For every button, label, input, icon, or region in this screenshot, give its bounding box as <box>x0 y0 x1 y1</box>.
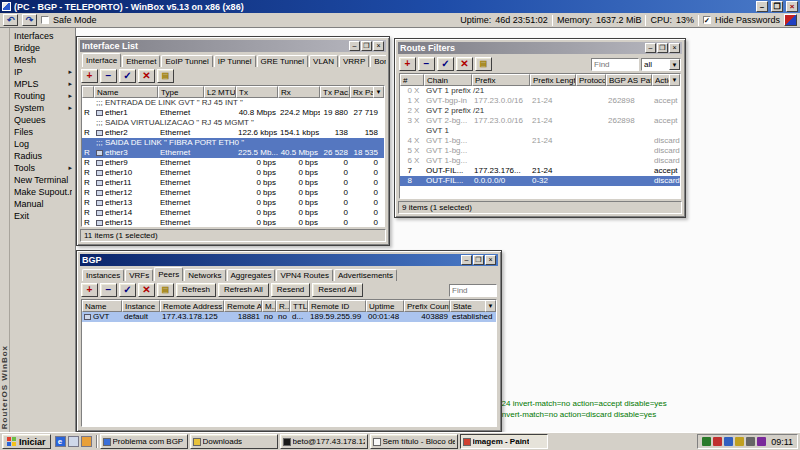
add-button[interactable]: + <box>81 283 98 297</box>
window-maximize-button[interactable]: ❐ <box>657 43 668 53</box>
column-header-type[interactable]: Type <box>158 86 204 98</box>
taskbar-button-problema-com-bgp-p-gi[interactable]: Problema com BGP - Pági... <box>100 434 188 449</box>
remove-button[interactable]: − <box>100 69 117 83</box>
taskbar-button-downloads[interactable]: Downloads <box>190 434 278 449</box>
find-input[interactable] <box>591 58 639 71</box>
taskbar-button-beto-177-43-178-125[interactable]: beto@177.43.178.125... <box>280 434 368 449</box>
tray-icon[interactable] <box>724 437 733 446</box>
safe-mode-checkbox[interactable] <box>41 16 49 24</box>
interface-list-tab-vrrp[interactable]: VRRP <box>339 55 369 67</box>
column-header-remote-address[interactable]: Remote Address <box>160 300 224 312</box>
route-filter-row[interactable]: 3XGVT 2-bg...177.23.0.0/1621-24262898acc… <box>400 116 680 126</box>
interface-list-tab-bonding[interactable]: Bonding <box>370 55 386 67</box>
column-header-bgp-as-path[interactable]: BGP AS Path <box>606 74 652 86</box>
quicklaunch-desktop-icon[interactable] <box>68 436 79 447</box>
sidebar-item-make-supout-rif[interactable]: Make Supout.rif <box>10 186 75 198</box>
tray-icon[interactable] <box>757 437 766 446</box>
bgp-tab-vpn4-routes[interactable]: VPN4 Routes <box>276 269 332 281</box>
column-header-protocol[interactable]: Protocol <box>576 74 606 86</box>
column-header-instance[interactable]: Instance <box>122 300 160 312</box>
undo-arrow-icon[interactable]: ↶ <box>3 14 18 26</box>
column-header-chain[interactable]: Chain <box>424 74 472 86</box>
redo-arrow-icon[interactable]: ↷ <box>22 14 37 26</box>
column-header-prefix-length[interactable]: Prefix Length <box>530 74 576 86</box>
column-header-uptime[interactable]: Uptime <box>366 300 404 312</box>
route-filter-row[interactable]: 6XGVT 1-bg...discard <box>400 156 680 166</box>
tray-icon[interactable] <box>746 437 755 446</box>
route-filter-row[interactable]: 8OUT-FIL...0.0.0.0/00-32discard <box>400 176 680 186</box>
route-filter-row[interactable]: 7OUT-FIL...177.23.176...21-24accept <box>400 166 680 176</box>
bgp-tab-vrfs[interactable]: VRFs <box>125 269 153 281</box>
route-filter-row[interactable]: 4XGVT 1-bg...21-24discard <box>400 136 680 146</box>
column-header-remote-as[interactable]: Remote AS <box>224 300 262 312</box>
bgp-tab-peers[interactable]: Peers <box>154 267 183 281</box>
enable-button[interactable]: ✓ <box>437 57 454 71</box>
refresh-button[interactable]: Refresh <box>176 283 216 297</box>
window-maximize-button[interactable]: ❐ <box>361 41 372 51</box>
start-button[interactable]: Iniciar <box>2 434 51 449</box>
sidebar-item-radius[interactable]: Radius <box>10 150 75 162</box>
enable-button[interactable]: ✓ <box>119 69 136 83</box>
comment-button[interactable]: ▤ <box>157 69 174 83</box>
interface-row[interactable]: Rether3Ethernet225.5 Mb...40.5 Mbps26 52… <box>82 148 384 158</box>
comment-button[interactable]: ▤ <box>475 57 492 71</box>
find-input[interactable] <box>449 284 497 297</box>
sidebar-item-system[interactable]: System▸ <box>10 102 75 114</box>
comment-button[interactable]: ▤ <box>157 283 174 297</box>
column-header-flag[interactable]: # <box>400 74 424 86</box>
tray-icon[interactable] <box>702 437 711 446</box>
window-maximize-button[interactable]: ❐ <box>473 255 484 265</box>
column-header-name[interactable]: Name <box>94 86 158 98</box>
route-filters-titlebar[interactable]: Route Filters – ❐ × <box>398 42 682 54</box>
disable-button[interactable]: ✕ <box>138 69 155 83</box>
window-minimize-button[interactable]: – <box>645 43 656 53</box>
column-header-tx[interactable]: Tx <box>236 86 278 98</box>
interface-row[interactable]: Rether13Ethernet0 bps0 bps00 <box>82 198 384 208</box>
window-minimize-button[interactable]: – <box>461 255 472 265</box>
add-button[interactable]: + <box>399 57 416 71</box>
interface-comment-row[interactable]: ;;; SAIDA DE LINK " FIBRA PORT ETH0 " <box>82 138 384 148</box>
route-filter-row[interactable]: 5XGVT 1-bg...discard <box>400 146 680 156</box>
interface-list-tab-gre-tunnel[interactable]: GRE Tunnel <box>257 55 309 67</box>
tray-icon[interactable] <box>735 437 744 446</box>
winbox-logo-icon[interactable] <box>784 14 797 26</box>
window-close-button[interactable]: × <box>669 43 680 53</box>
add-button[interactable]: + <box>81 69 98 83</box>
app-minimize-button[interactable]: – <box>756 1 768 12</box>
window-close-button[interactable]: × <box>373 41 384 51</box>
remove-button[interactable]: − <box>418 57 435 71</box>
sidebar-item-files[interactable]: Files <box>10 126 75 138</box>
sidebar-item-manual[interactable]: Manual <box>10 198 75 210</box>
column-header-m[interactable]: M... <box>262 300 276 312</box>
route-filter-comment-row[interactable]: GVT 1 <box>400 126 680 136</box>
column-header-tx-pac[interactable]: Tx Pac... <box>320 86 350 98</box>
interface-row[interactable]: Rether10Ethernet0 bps0 bps00 <box>82 168 384 178</box>
interface-list-tab-eoip-tunnel[interactable]: EoIP Tunnel <box>161 55 212 67</box>
interface-list-tab-ip-tunnel[interactable]: IP Tunnel <box>214 55 256 67</box>
bgp-tab-networks[interactable]: Networks <box>184 269 225 281</box>
column-header-ttl[interactable]: TTL <box>290 300 308 312</box>
window-minimize-button[interactable]: – <box>349 41 360 51</box>
sidebar-item-exit[interactable]: Exit <box>10 210 75 222</box>
app-titlebar[interactable]: (PC - BGP - TELEPORTO) - WinBox v5.13 on… <box>0 0 800 13</box>
sidebar-item-bridge[interactable]: Bridge <box>10 42 75 54</box>
interface-list-tab-vlan[interactable]: VLAN <box>309 55 338 67</box>
interface-row[interactable]: Rether11Ethernet0 bps0 bps00 <box>82 178 384 188</box>
taskbar-button-sem-t-tulo-bloco-de-nota[interactable]: Sem título - Bloco de notas <box>370 434 458 449</box>
interface-row[interactable]: Rether15Ethernet0 bps0 bps00 <box>82 218 384 226</box>
interface-row[interactable]: Rether14Ethernet0 bps0 bps00 <box>82 208 384 218</box>
enable-button[interactable]: ✓ <box>119 283 136 297</box>
column-header-flag[interactable] <box>82 86 94 98</box>
hide-passwords-checkbox[interactable]: ✓ <box>703 16 711 24</box>
column-select-button[interactable]: ▼ <box>373 86 384 98</box>
interface-list-titlebar[interactable]: Interface List – ❐ × <box>80 40 386 52</box>
interface-row[interactable]: Rether1Ethernet40.8 Mbps224.2 Mbps19 880… <box>82 108 384 118</box>
interface-list-tab-ethernet[interactable]: Ethernet <box>122 55 160 67</box>
sidebar-item-interfaces[interactable]: Interfaces <box>10 30 75 42</box>
route-filter-row[interactable]: 1XGVT-bgp-in177.23.0.0/1621-24262898acce… <box>400 96 680 106</box>
tray-icon[interactable] <box>713 437 722 446</box>
column-header-name[interactable]: Name <box>82 300 122 312</box>
filter-scope-select[interactable]: all ▼ <box>641 58 681 71</box>
interface-comment-row[interactable]: ;;; SAIDA VIRTUALIZACAO " RJ 45 MGMT " <box>82 118 384 128</box>
resend-button[interactable]: Resend <box>271 283 311 297</box>
